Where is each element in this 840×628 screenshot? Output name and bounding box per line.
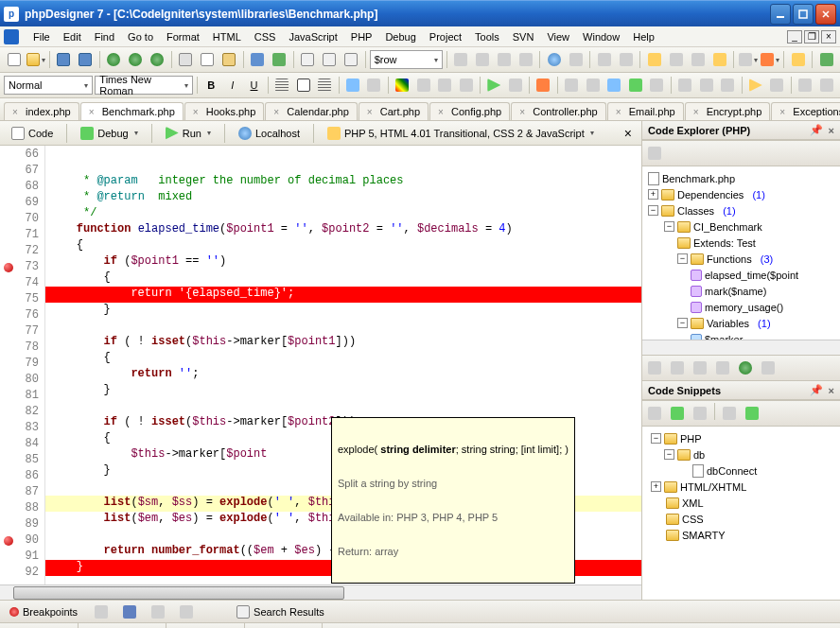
menu-edit[interactable]: Edit	[57, 29, 88, 44]
tool-a3[interactable]	[494, 49, 514, 70]
line-number[interactable]: 88	[0, 501, 44, 517]
file-tab[interactable]: ×Cart.php	[359, 102, 429, 120]
save-button[interactable]	[54, 49, 74, 70]
open-button[interactable]: ▾	[26, 49, 45, 70]
maximize-button[interactable]	[793, 4, 814, 25]
line-number[interactable]: 71	[0, 228, 44, 244]
snip-tool-3[interactable]	[690, 403, 710, 424]
line-number[interactable]: 92	[0, 566, 44, 582]
exp-bt-3[interactable]	[690, 358, 710, 378]
line-number[interactable]: 84	[0, 437, 44, 453]
snippet-node[interactable]: +HTML/XHTML	[646, 479, 836, 495]
underline-button[interactable]: U	[244, 75, 264, 96]
code-line[interactable]: * @return mixed	[45, 190, 641, 206]
ftp-button[interactable]	[544, 49, 564, 70]
minimize-button[interactable]	[770, 4, 791, 25]
tab-close-icon[interactable]: ×	[693, 107, 703, 116]
tool-l2[interactable]	[816, 75, 836, 96]
save-all-button[interactable]	[76, 49, 96, 70]
file-tab[interactable]: ×Hooks.php	[184, 102, 265, 120]
tab-close-icon[interactable]: ×	[12, 107, 22, 116]
line-number[interactable]: 79	[0, 357, 44, 373]
tab-close-icon[interactable]: ×	[779, 107, 789, 116]
search-results-tab[interactable]: Search Results	[231, 603, 330, 620]
tool-b2[interactable]	[616, 49, 636, 70]
exp-bt-4[interactable]	[712, 358, 733, 378]
image-button[interactable]	[343, 75, 363, 96]
localhost-button[interactable]: Localhost	[231, 125, 307, 142]
tab-close-icon[interactable]: ×	[367, 107, 376, 116]
code-area[interactable]: * @param integer the number of decimal p…	[45, 146, 641, 584]
exp-bt-6[interactable]	[758, 358, 779, 378]
copy-button[interactable]	[198, 49, 218, 70]
menu-view[interactable]: View	[540, 29, 576, 44]
tool-d2[interactable]: ▾	[760, 49, 779, 70]
debug-button[interactable]: Debug▾	[73, 125, 145, 142]
tool-h1[interactable]	[506, 75, 526, 96]
code-line[interactable]	[45, 399, 641, 415]
color-button[interactable]	[393, 75, 412, 96]
breakpoint-icon[interactable]	[4, 263, 13, 272]
line-number[interactable]: 91	[0, 550, 44, 566]
explorer-tree[interactable]: Benchmark.php +Dependencies (1) −Classes…	[642, 166, 840, 340]
menu-javascript[interactable]: JavaScript	[282, 29, 343, 44]
explorer-tool-1[interactable]	[644, 143, 665, 164]
tool-c2[interactable]	[666, 49, 686, 70]
tab-close-icon[interactable]: ×	[273, 107, 283, 116]
line-number[interactable]: 87	[0, 485, 44, 501]
menu-css[interactable]: CSS	[248, 29, 283, 44]
snippet-node[interactable]: dbConnect	[646, 462, 836, 479]
tool-e1[interactable]	[788, 49, 808, 70]
expand-icon[interactable]: −	[664, 221, 674, 232]
tool-k2[interactable]	[767, 75, 787, 96]
menu-window[interactable]: Window	[576, 29, 626, 44]
line-number[interactable]: 72	[0, 244, 44, 260]
mdi-minimize-button[interactable]: _	[787, 30, 802, 44]
panel-close-button[interactable]: ×	[829, 125, 834, 136]
line-number[interactable]: 67	[0, 164, 44, 180]
snippet-node[interactable]: SMARTY	[646, 527, 836, 543]
line-number[interactable]: 69	[0, 196, 44, 212]
cut-button[interactable]	[176, 49, 196, 70]
pin-icon[interactable]: 📌	[810, 384, 823, 396]
exp-bt-1[interactable]	[644, 358, 665, 378]
tab-close-icon[interactable]: ×	[519, 107, 529, 116]
code-line[interactable]: {	[45, 238, 641, 254]
code-line[interactable]: }	[45, 303, 641, 319]
menu-find[interactable]: Find	[88, 29, 121, 44]
find3-button[interactable]	[341, 49, 361, 70]
snip-tool-5[interactable]	[742, 403, 762, 424]
line-number[interactable]: 90	[0, 533, 44, 550]
find2-button[interactable]	[320, 49, 340, 70]
file-tab[interactable]: ×Benchmark.php	[80, 102, 184, 120]
tool-d1[interactable]: ▾	[738, 49, 758, 70]
tab-close-icon[interactable]: ×	[193, 107, 202, 116]
exp-bt-5[interactable]	[735, 358, 756, 378]
tool-i2[interactable]	[583, 75, 603, 96]
run-button[interactable]	[484, 75, 504, 96]
code-line[interactable]: if ( ! isset($this->marker[$point1]))	[45, 335, 641, 351]
expand-icon[interactable]: −	[651, 433, 661, 444]
code-editor[interactable]: 6667686970717273747576777879808182838485…	[0, 146, 641, 584]
pin-icon[interactable]: 📌	[810, 124, 823, 136]
table-button[interactable]	[293, 75, 313, 96]
code-line[interactable]: if ($point1 == '')	[45, 254, 641, 270]
exp-bt-2[interactable]	[667, 358, 688, 378]
tool-i4[interactable]	[626, 75, 646, 96]
line-number[interactable]: 70	[0, 212, 44, 228]
tool-i3[interactable]	[604, 75, 624, 96]
code-line[interactable]: return '{elapsed_time}';	[45, 287, 641, 303]
link-button[interactable]	[364, 75, 384, 96]
line-number[interactable]: 76	[0, 308, 44, 324]
expand-icon[interactable]: −	[677, 253, 688, 264]
expand-icon[interactable]: −	[664, 449, 674, 460]
tab-close-icon[interactable]: ×	[89, 107, 98, 116]
line-number[interactable]: 68	[0, 180, 44, 196]
code-line[interactable]: }	[45, 383, 641, 399]
menu-format[interactable]: Format	[160, 29, 206, 44]
menu-php[interactable]: PHP	[344, 29, 379, 44]
snip-tool-1[interactable]	[644, 403, 665, 424]
line-number[interactable]: 78	[0, 340, 44, 357]
gutter[interactable]: 6667686970717273747576777879808182838485…	[0, 146, 45, 584]
bold-button[interactable]: B	[201, 75, 221, 96]
